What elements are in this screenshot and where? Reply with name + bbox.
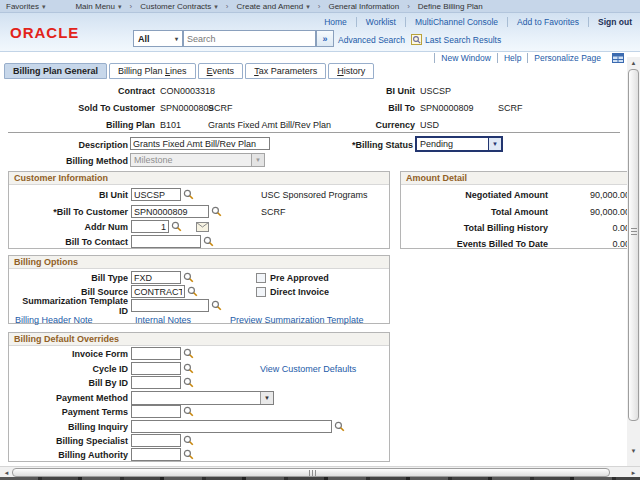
breadcrumb-favorites[interactable]: Favorites▾ — [0, 2, 51, 11]
search-scope-select[interactable]: All▾ — [133, 30, 183, 47]
preview-summarization-template-link[interactable]: Preview Summarization Template — [230, 315, 363, 325]
breadcrumb-define-billing-plan[interactable]: Define Billing Plan — [412, 2, 489, 11]
thumb-grip — [631, 228, 637, 235]
scroll-down-icon[interactable]: ▼ — [627, 445, 640, 456]
payment-method-label: Payment Method — [11, 393, 131, 403]
description-input[interactable] — [130, 137, 270, 150]
add-to-favorites-link[interactable]: Add to Favorites — [507, 17, 588, 27]
help-link[interactable]: Help — [497, 53, 527, 63]
breadcrumb-customer-contracts[interactable]: Customer Contracts▾ — [134, 2, 224, 11]
ci-bill-to-customer-input[interactable] — [131, 205, 209, 218]
billing-inquiry-input[interactable] — [131, 420, 332, 433]
header-nav-links: Home Worklist MultiChannel Console Add t… — [315, 17, 634, 27]
bill-type-label: Bill Type — [11, 273, 131, 283]
breadcrumb-create-and-amend[interactable]: Create and Amend▾ — [231, 2, 316, 11]
ci-bill-to-contact-input[interactable] — [131, 235, 201, 248]
tab-billing-plan-lines[interactable]: Billing Plan Lines — [109, 63, 196, 79]
lookup-icon[interactable] — [183, 449, 194, 460]
customer-information-title: Customer Information — [9, 172, 389, 185]
tab-history[interactable]: History — [328, 63, 374, 79]
ci-addr-num-label: Addr Num — [11, 222, 131, 232]
direct-invoice-label: Direct Invoice — [270, 287, 329, 297]
chevron-down-icon: ▾ — [175, 35, 178, 42]
tab-billing-plan-general[interactable]: Billing Plan General — [4, 63, 107, 79]
internal-notes-link[interactable]: Internal Notes — [135, 315, 191, 325]
invoice-form-label: Invoice Form — [11, 349, 131, 359]
personalize-page-link[interactable]: Personalize Page — [527, 53, 607, 63]
lookup-icon[interactable] — [203, 236, 214, 247]
search-go-button[interactable]: » — [316, 30, 334, 47]
dropdown-arrow-icon[interactable]: ▼ — [260, 392, 273, 404]
personalize-grid-icon[interactable] — [612, 53, 624, 63]
bill-to-name: SCRF — [498, 103, 523, 113]
lookup-icon[interactable] — [334, 421, 345, 432]
bill-source-input[interactable] — [131, 285, 185, 298]
billing-status-select[interactable]: Pending ▼ — [415, 136, 503, 152]
total-amount-value: 90,000.00 — [551, 207, 635, 217]
horizontal-scrollbar-thumb[interactable] — [12, 468, 610, 477]
advanced-search-link[interactable]: Advanced Search — [338, 35, 405, 45]
scroll-right-icon[interactable]: ► — [628, 467, 639, 478]
breadcrumb-separator-icon: › — [128, 2, 135, 11]
tab-events[interactable]: Events — [198, 63, 244, 79]
billing-method-select: Milestone ▼ — [130, 153, 265, 167]
payment-terms-input[interactable] — [131, 405, 181, 418]
negotiated-amount-label: Negotiated Amount — [403, 190, 551, 200]
summarization-template-id-input[interactable] — [131, 299, 209, 312]
billing-default-overrides-section: Billing Default Overrides Invoice Form C… — [8, 332, 390, 462]
lookup-icon[interactable] — [187, 286, 198, 297]
bill-type-input[interactable] — [131, 271, 181, 284]
search-input[interactable] — [183, 30, 316, 47]
bill-by-id-input[interactable] — [131, 376, 181, 389]
payment-method-select[interactable]: ▼ — [131, 391, 274, 405]
multichannel-console-link[interactable]: MultiChannel Console — [405, 17, 507, 27]
billing-specialist-input[interactable] — [131, 434, 181, 447]
billing-header-note-link[interactable]: Billing Header Note — [15, 315, 93, 325]
breadcrumb-main-menu[interactable]: Main Menu▾ — [69, 2, 127, 11]
sign-out-link[interactable]: Sign out — [588, 17, 634, 27]
chevron-down-icon: ▾ — [306, 3, 310, 10]
view-customer-defaults-link[interactable]: View Customer Defaults — [260, 364, 356, 374]
horizontal-scrollbar[interactable]: ◄ ► — [0, 466, 640, 477]
last-search-results-link[interactable]: Last Search Results — [425, 35, 501, 45]
chevron-down-icon: ▾ — [42, 3, 46, 10]
customer-information-section: Customer Information BI Unit USC Sponsor… — [8, 171, 390, 249]
lookup-icon[interactable] — [183, 272, 194, 283]
vertical-scrollbar[interactable]: ▲ ▼ — [627, 57, 640, 466]
breadcrumb-general-information[interactable]: General Information — [322, 2, 405, 11]
ci-addr-num-input[interactable] — [131, 220, 169, 233]
page-toolbar: New Window Help Personalize Page — [0, 52, 640, 63]
lookup-icon[interactable] — [211, 206, 222, 217]
lookup-icon[interactable] — [183, 348, 194, 359]
breadcrumb-separator-icon: › — [316, 2, 323, 11]
invoice-form-input[interactable] — [131, 347, 181, 360]
tab-tax-parameters[interactable]: Tax Parameters — [245, 63, 326, 79]
vertical-scrollbar-thumb[interactable] — [628, 69, 639, 421]
oracle-logo: ORACLE — [10, 24, 79, 41]
lookup-icon[interactable] — [183, 435, 194, 446]
ci-bill-to-customer-desc: SCRF — [261, 207, 286, 217]
direct-invoice-checkbox[interactable] — [256, 287, 266, 297]
dropdown-arrow-icon[interactable]: ▼ — [488, 138, 501, 150]
ci-bi-unit-input[interactable] — [131, 188, 181, 201]
contract-label: Contract — [55, 86, 155, 96]
envelope-icon[interactable] — [196, 222, 209, 232]
lookup-icon[interactable] — [183, 377, 194, 388]
scroll-left-icon[interactable]: ◄ — [1, 467, 12, 478]
lookup-icon[interactable] — [183, 363, 194, 374]
lookup-icon[interactable] — [171, 221, 182, 232]
new-window-link[interactable]: New Window — [434, 53, 497, 63]
lookup-icon[interactable] — [183, 406, 194, 417]
cycle-id-input[interactable] — [131, 362, 181, 375]
billing-default-overrides-title: Billing Default Overrides — [9, 333, 389, 346]
worklist-link[interactable]: Worklist — [356, 17, 405, 27]
pre-approved-checkbox[interactable] — [256, 273, 266, 283]
home-link[interactable]: Home — [315, 17, 356, 27]
total-amount-label: Total Amount — [403, 207, 551, 217]
scroll-up-icon[interactable]: ▲ — [627, 57, 640, 68]
tab-bar: Billing Plan General Billing Plan Lines … — [4, 63, 376, 79]
lookup-icon[interactable] — [183, 189, 194, 200]
currency-label: Currency — [315, 120, 415, 130]
billing-authority-input[interactable] — [131, 448, 181, 461]
lookup-icon[interactable] — [211, 300, 222, 311]
